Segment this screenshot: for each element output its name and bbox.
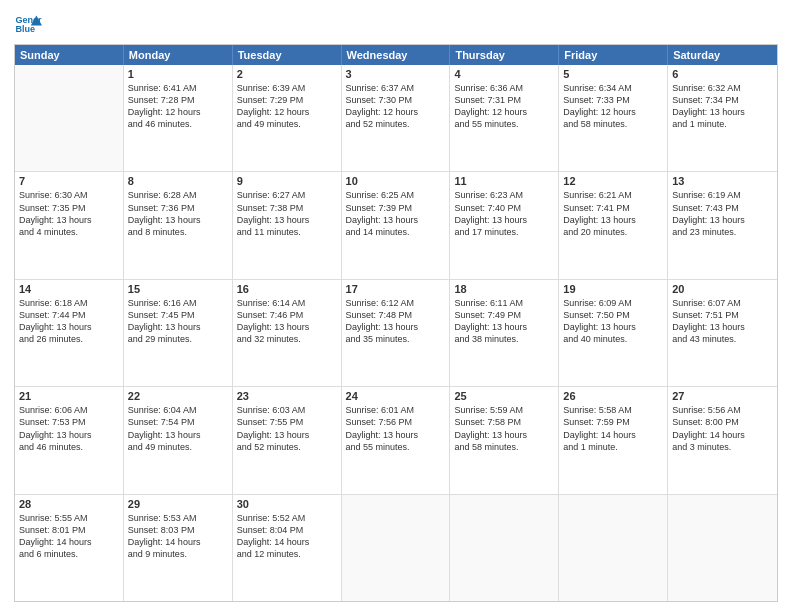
cell-info-line: Daylight: 13 hours xyxy=(563,321,663,333)
cell-info-line: and 12 minutes. xyxy=(237,548,337,560)
cell-info-line: and 49 minutes. xyxy=(237,118,337,130)
calendar-header-row: SundayMondayTuesdayWednesdayThursdayFrid… xyxy=(15,45,777,65)
cell-info-line: Daylight: 12 hours xyxy=(454,106,554,118)
cal-cell-day-16: 16Sunrise: 6:14 AMSunset: 7:46 PMDayligh… xyxy=(233,280,342,386)
page: General Blue SundayMondayTuesdayWednesda… xyxy=(0,0,792,612)
day-number: 2 xyxy=(237,68,337,80)
cell-info-line: Daylight: 13 hours xyxy=(672,214,773,226)
cell-info-line: Daylight: 14 hours xyxy=(19,536,119,548)
cell-info-line: and 23 minutes. xyxy=(672,226,773,238)
cal-cell-day-9: 9Sunrise: 6:27 AMSunset: 7:38 PMDaylight… xyxy=(233,172,342,278)
calendar-week-4: 21Sunrise: 6:06 AMSunset: 7:53 PMDayligh… xyxy=(15,386,777,493)
cell-info-line: Sunset: 7:53 PM xyxy=(19,416,119,428)
cell-info-line: Daylight: 13 hours xyxy=(346,429,446,441)
cal-cell-day-8: 8Sunrise: 6:28 AMSunset: 7:36 PMDaylight… xyxy=(124,172,233,278)
day-header-friday: Friday xyxy=(559,45,668,65)
cell-info-line: Sunset: 7:43 PM xyxy=(672,202,773,214)
cell-info-line: Daylight: 13 hours xyxy=(128,214,228,226)
cal-cell-empty xyxy=(668,495,777,601)
day-number: 5 xyxy=(563,68,663,80)
cell-info-line: Sunrise: 6:11 AM xyxy=(454,297,554,309)
cell-info-line: Sunrise: 6:27 AM xyxy=(237,189,337,201)
cell-info-line: Daylight: 13 hours xyxy=(672,321,773,333)
cell-info-line: Sunset: 7:35 PM xyxy=(19,202,119,214)
cell-info-line: and 46 minutes. xyxy=(128,118,228,130)
cell-info-line: Daylight: 12 hours xyxy=(346,106,446,118)
day-number: 29 xyxy=(128,498,228,510)
day-number: 8 xyxy=(128,175,228,187)
cell-info-line: and 58 minutes. xyxy=(454,441,554,453)
cell-info-line: Daylight: 13 hours xyxy=(19,321,119,333)
day-number: 23 xyxy=(237,390,337,402)
cell-info-line: Daylight: 13 hours xyxy=(454,321,554,333)
cell-info-line: Sunrise: 6:07 AM xyxy=(672,297,773,309)
cell-info-line: Sunrise: 6:37 AM xyxy=(346,82,446,94)
day-number: 24 xyxy=(346,390,446,402)
day-number: 18 xyxy=(454,283,554,295)
cal-cell-day-25: 25Sunrise: 5:59 AMSunset: 7:58 PMDayligh… xyxy=(450,387,559,493)
cell-info-line: Sunset: 8:03 PM xyxy=(128,524,228,536)
day-number: 28 xyxy=(19,498,119,510)
cell-info-line: and 9 minutes. xyxy=(128,548,228,560)
cal-cell-day-24: 24Sunrise: 6:01 AMSunset: 7:56 PMDayligh… xyxy=(342,387,451,493)
cal-cell-day-4: 4Sunrise: 6:36 AMSunset: 7:31 PMDaylight… xyxy=(450,65,559,171)
day-number: 17 xyxy=(346,283,446,295)
cell-info-line: Sunset: 7:38 PM xyxy=(237,202,337,214)
cell-info-line: and 1 minute. xyxy=(563,441,663,453)
cell-info-line: Sunrise: 6:32 AM xyxy=(672,82,773,94)
day-number: 20 xyxy=(672,283,773,295)
calendar-week-1: 1Sunrise: 6:41 AMSunset: 7:28 PMDaylight… xyxy=(15,65,777,171)
cell-info-line: Daylight: 13 hours xyxy=(237,321,337,333)
cell-info-line: Sunset: 7:50 PM xyxy=(563,309,663,321)
cell-info-line: Sunset: 7:48 PM xyxy=(346,309,446,321)
cell-info-line: Sunrise: 5:55 AM xyxy=(19,512,119,524)
cell-info-line: Sunrise: 5:58 AM xyxy=(563,404,663,416)
cell-info-line: Sunset: 7:49 PM xyxy=(454,309,554,321)
day-header-tuesday: Tuesday xyxy=(233,45,342,65)
cell-info-line: Daylight: 13 hours xyxy=(237,429,337,441)
day-number: 7 xyxy=(19,175,119,187)
day-header-monday: Monday xyxy=(124,45,233,65)
cell-info-line: Sunset: 7:54 PM xyxy=(128,416,228,428)
cal-cell-empty xyxy=(559,495,668,601)
cell-info-line: Daylight: 12 hours xyxy=(237,106,337,118)
cal-cell-day-20: 20Sunrise: 6:07 AMSunset: 7:51 PMDayligh… xyxy=(668,280,777,386)
day-header-saturday: Saturday xyxy=(668,45,777,65)
day-number: 26 xyxy=(563,390,663,402)
cell-info-line: Sunrise: 6:34 AM xyxy=(563,82,663,94)
cell-info-line: Sunrise: 6:28 AM xyxy=(128,189,228,201)
cell-info-line: Sunrise: 5:56 AM xyxy=(672,404,773,416)
cell-info-line: Daylight: 14 hours xyxy=(672,429,773,441)
cell-info-line: Sunset: 7:45 PM xyxy=(128,309,228,321)
cell-info-line: Sunset: 7:55 PM xyxy=(237,416,337,428)
cell-info-line: Sunrise: 6:12 AM xyxy=(346,297,446,309)
cell-info-line: Sunrise: 6:14 AM xyxy=(237,297,337,309)
cell-info-line: Sunrise: 6:16 AM xyxy=(128,297,228,309)
cell-info-line: Daylight: 13 hours xyxy=(237,214,337,226)
cell-info-line: Sunrise: 6:06 AM xyxy=(19,404,119,416)
cell-info-line: Daylight: 13 hours xyxy=(19,429,119,441)
cell-info-line: and 55 minutes. xyxy=(346,441,446,453)
cal-cell-day-27: 27Sunrise: 5:56 AMSunset: 8:00 PMDayligh… xyxy=(668,387,777,493)
cell-info-line: and 52 minutes. xyxy=(237,441,337,453)
day-number: 6 xyxy=(672,68,773,80)
cell-info-line: and 4 minutes. xyxy=(19,226,119,238)
header: General Blue xyxy=(14,10,778,38)
cal-cell-day-14: 14Sunrise: 6:18 AMSunset: 7:44 PMDayligh… xyxy=(15,280,124,386)
cell-info-line: and 58 minutes. xyxy=(563,118,663,130)
cell-info-line: Sunrise: 6:30 AM xyxy=(19,189,119,201)
cal-cell-day-12: 12Sunrise: 6:21 AMSunset: 7:41 PMDayligh… xyxy=(559,172,668,278)
cell-info-line: Sunset: 7:28 PM xyxy=(128,94,228,106)
cell-info-line: Sunrise: 6:01 AM xyxy=(346,404,446,416)
day-header-sunday: Sunday xyxy=(15,45,124,65)
cell-info-line: Sunrise: 6:23 AM xyxy=(454,189,554,201)
cell-info-line: Sunset: 7:56 PM xyxy=(346,416,446,428)
calendar-week-3: 14Sunrise: 6:18 AMSunset: 7:44 PMDayligh… xyxy=(15,279,777,386)
cell-info-line: Sunrise: 6:21 AM xyxy=(563,189,663,201)
cell-info-line: and 14 minutes. xyxy=(346,226,446,238)
cal-cell-day-28: 28Sunrise: 5:55 AMSunset: 8:01 PMDayligh… xyxy=(15,495,124,601)
cell-info-line: Daylight: 13 hours xyxy=(128,321,228,333)
cell-info-line: Sunrise: 6:39 AM xyxy=(237,82,337,94)
calendar-body: 1Sunrise: 6:41 AMSunset: 7:28 PMDaylight… xyxy=(15,65,777,601)
cell-info-line: and 6 minutes. xyxy=(19,548,119,560)
